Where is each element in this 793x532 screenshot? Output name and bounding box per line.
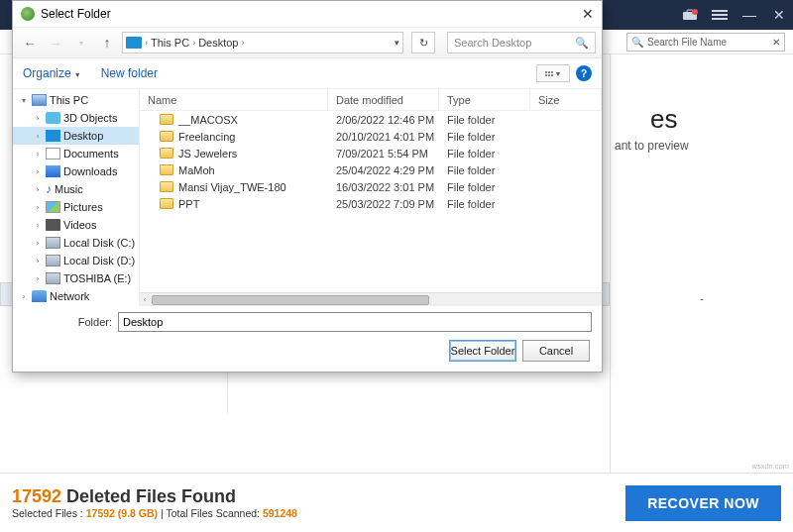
folder-name-input[interactable] (118, 312, 592, 332)
tree-music[interactable]: ›♪Music (13, 180, 139, 198)
pictures-icon (46, 201, 60, 213)
dialog-titlebar: Select Folder ✕ (13, 1, 602, 27)
tree-pictures[interactable]: ›Pictures (13, 198, 139, 216)
new-folder-button[interactable]: New folder (101, 66, 158, 80)
menu-icon[interactable] (712, 7, 728, 23)
tree-toshiba[interactable]: ›TOSHIBA (E:) (13, 269, 139, 287)
tree-disk-c[interactable]: ›Local Disk (C:) (13, 234, 139, 252)
chevron-right-icon: › (192, 38, 195, 48)
file-name: PPT (178, 198, 199, 210)
file-name: Mansi Vijay_TWE-180 (178, 181, 286, 193)
crumb-dropdown-icon[interactable]: ▾ (395, 38, 399, 48)
scan-subline: Selected Files : 17592 (9.8 GB) | Total … (12, 507, 625, 519)
tree-videos[interactable]: ›Videos (13, 216, 139, 234)
file-type: File folder (439, 181, 530, 193)
file-type: File folder (439, 131, 530, 143)
view-mode-button[interactable]: ▼ (536, 64, 570, 82)
app-close-icon[interactable]: ✕ (771, 7, 787, 23)
svg-rect-5 (712, 18, 728, 20)
col-type[interactable]: Type (439, 89, 530, 110)
cube-icon (46, 112, 60, 124)
recover-now-button[interactable]: RECOVER NOW (625, 485, 781, 521)
file-row[interactable]: PPT25/03/2022 7:09 PMFile folder (140, 195, 602, 212)
file-date: 25/04/2022 4:29 PM (328, 164, 439, 176)
watermark: wsxdn.com (751, 462, 789, 471)
col-name[interactable]: Name (140, 89, 328, 110)
folder-icon (160, 181, 173, 192)
network-icon (32, 290, 47, 302)
organize-menu[interactable]: Organize▼ (23, 66, 81, 80)
file-name: MaMoh (178, 164, 215, 176)
horizontal-scrollbar[interactable]: ‹ (140, 292, 602, 306)
file-row[interactable]: MaMoh25/04/2022 4:29 PMFile folder (140, 161, 602, 178)
video-icon (46, 219, 60, 231)
pc-icon (32, 94, 47, 106)
dialog-title: Select Folder (41, 7, 111, 21)
crumb-desktop[interactable]: Desktop (198, 37, 238, 49)
file-name: JS Jewelers (178, 148, 237, 160)
scrollbar-thumb[interactable] (152, 295, 429, 305)
chevron-right-icon: › (145, 38, 148, 48)
dialog-nav: ← → ▾ ↑ › This PC › Desktop › ▾ ↻ Search… (13, 27, 602, 58)
tree-network[interactable]: ›Network (13, 287, 139, 305)
chevron-down-icon: ▾ (19, 96, 29, 105)
preview-size-value: - (611, 292, 793, 306)
disk-icon (46, 272, 60, 284)
file-type: File folder (439, 148, 530, 160)
svg-rect-4 (712, 14, 728, 16)
preview-title-fragment: es (611, 54, 793, 135)
col-size[interactable]: Size (530, 89, 602, 110)
search-placeholder-text: Search File Name (647, 37, 727, 48)
scan-stats: 17592 Deleted Files Found Selected Files… (12, 486, 625, 519)
chevron-down-icon: ▼ (74, 71, 81, 78)
crumb-thispc[interactable]: This PC (151, 37, 189, 49)
dialog-close-icon[interactable]: ✕ (582, 6, 594, 22)
app-search-input[interactable]: 🔍 Search File Name ✕ (626, 33, 785, 52)
file-name: Freelancing (178, 131, 235, 143)
file-row[interactable]: Freelancing20/10/2021 4:01 PMFile folder (140, 128, 602, 145)
minimize-icon[interactable]: — (741, 7, 757, 23)
chevron-down-icon: ▼ (555, 70, 562, 77)
select-folder-button[interactable]: Select Folder (449, 340, 516, 362)
deleted-count: 17592 (12, 486, 61, 506)
file-row[interactable]: JS Jewelers7/09/2021 5:54 PMFile folder (140, 145, 602, 161)
download-icon (46, 165, 60, 177)
tree-desktop[interactable]: ›Desktop (13, 127, 139, 145)
chevron-right-icon: › (241, 38, 244, 48)
nav-back-icon[interactable]: ← (19, 32, 41, 53)
file-row[interactable]: __MACOSX2/06/2022 12:46 PMFile folder (140, 111, 602, 128)
preview-pane: es ant to preview - (610, 54, 793, 473)
refresh-button[interactable]: ↻ (411, 32, 435, 53)
scroll-left-icon: ‹ (140, 295, 150, 304)
tree-documents[interactable]: ›Documents (13, 145, 139, 162)
desktop-icon (46, 130, 60, 142)
file-type: File folder (439, 114, 530, 126)
toolbox-badge-icon[interactable] (682, 7, 698, 23)
nav-recent-icon[interactable]: ▾ (70, 32, 92, 53)
dialog-search-input[interactable]: Search Desktop 🔍 (447, 32, 596, 53)
document-icon (46, 148, 60, 160)
file-type: File folder (439, 164, 530, 176)
search-placeholder: Search Desktop (454, 37, 531, 49)
file-list-header[interactable]: Name Date modified Type Size (140, 89, 602, 111)
nav-up-icon[interactable]: ↑ (96, 32, 118, 53)
tree-downloads[interactable]: ›Downloads (13, 162, 139, 180)
file-row[interactable]: Mansi Vijay_TWE-18016/03/2022 3:01 PMFil… (140, 178, 602, 195)
folder-label: Folder: (23, 316, 112, 328)
file-list: Name Date modified Type Size __MACOSX2/0… (140, 89, 602, 306)
music-icon: ♪ (46, 182, 52, 196)
cancel-button[interactable]: Cancel (522, 340, 590, 362)
folder-icon (160, 164, 173, 175)
folder-tree[interactable]: ▾This PC ›3D Objects ›Desktop ›Documents… (13, 89, 140, 306)
clear-search-icon[interactable]: ✕ (772, 37, 780, 48)
col-date[interactable]: Date modified (328, 89, 439, 110)
tree-3dobjects[interactable]: ›3D Objects (13, 109, 139, 127)
breadcrumb[interactable]: › This PC › Desktop › ▾ (122, 32, 403, 53)
svg-rect-3 (712, 10, 728, 12)
tree-disk-d[interactable]: ›Local Disk (D:) (13, 252, 139, 269)
footer: 17592 Deleted Files Found Selected Files… (0, 473, 793, 532)
tree-thispc[interactable]: ▾This PC (13, 91, 139, 109)
select-folder-dialog: Select Folder ✕ ← → ▾ ↑ › This PC › Desk… (12, 0, 603, 372)
help-icon[interactable]: ? (576, 65, 592, 81)
pc-icon (126, 37, 142, 49)
